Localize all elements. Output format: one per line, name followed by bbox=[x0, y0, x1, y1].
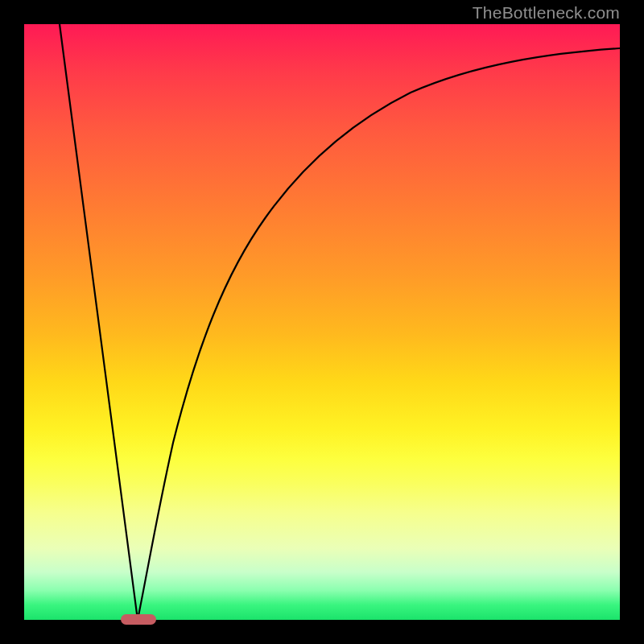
watermark-label: TheBottleneck.com bbox=[473, 3, 620, 23]
chart-frame: TheBottleneck.com bbox=[0, 0, 644, 644]
bottleneck-curve bbox=[60, 24, 620, 620]
bottleneck-marker bbox=[121, 614, 156, 625]
curve-layer bbox=[24, 24, 620, 620]
plot-area bbox=[24, 24, 620, 620]
